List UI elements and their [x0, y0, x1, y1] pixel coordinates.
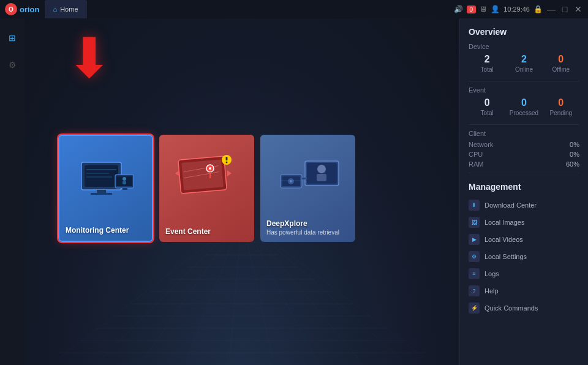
network-row: Network 0%: [469, 141, 579, 148]
local-settings-label: Local Settings: [484, 253, 527, 260]
mgmt-local-settings[interactable]: ⚙ Local Settings: [469, 248, 579, 265]
monitoring-illustration: [69, 141, 143, 208]
event-total-value: 0: [469, 97, 505, 108]
download-center-icon: ⬇: [469, 200, 480, 211]
cpu-value: 0%: [570, 151, 579, 158]
tab-label: Home: [60, 6, 78, 13]
mgmt-help[interactable]: ? Help: [469, 282, 579, 299]
event-total-sub: Total: [481, 110, 494, 116]
svg-rect-51: [302, 178, 306, 179]
speaker-icon[interactable]: 🔊: [454, 5, 463, 13]
svg-point-20: [34, 341, 450, 365]
mgmt-local-videos[interactable]: ▶ Local Videos: [469, 231, 579, 248]
svg-rect-46: [317, 174, 326, 181]
event-stats: 0 Total 0 Processed 0 Pending: [469, 97, 579, 117]
close-button[interactable]: ✕: [573, 4, 583, 14]
event-total-cell: 0 Total: [469, 97, 505, 117]
mgmt-quick-commands[interactable]: ⚡ Quick Commands: [469, 299, 579, 317]
logo: O orion: [5, 3, 40, 15]
device-stats: 2 Total 2 Online 0 Offline: [469, 54, 579, 73]
event-processed-value: 0: [505, 97, 542, 108]
svg-point-42: [225, 162, 227, 164]
event-processed-sub: Processed: [510, 110, 538, 116]
mgmt-local-images[interactable]: 🖼 Local Images: [469, 214, 579, 231]
ram-bar-container: 60%: [562, 160, 579, 168]
client-label: Client: [469, 130, 579, 137]
event-label: Event: [469, 86, 579, 94]
download-center-label: Download Center: [484, 201, 537, 209]
local-settings-icon: ⚙: [469, 251, 480, 262]
titlebar-controls: 🔊 0 🖥 👤 10:29:46 🔒 — □ ✕: [454, 4, 583, 14]
monitoring-center-label: Monitoring Center: [66, 226, 146, 235]
logo-icon: O: [5, 3, 17, 15]
user-icon[interactable]: 👤: [491, 5, 500, 13]
deepxplore-card[interactable]: DeepXplore Has powerful data retrieval: [260, 135, 355, 242]
device-total-value: 2: [469, 54, 505, 65]
local-videos-label: Local Videos: [484, 236, 523, 243]
device-offline-value: 0: [543, 54, 579, 65]
overview-title: Overview: [469, 27, 579, 37]
help-label: Help: [484, 287, 499, 295]
local-images-icon: 🖼: [469, 217, 480, 228]
notif-badge[interactable]: 0: [467, 6, 477, 13]
monitoring-center-card[interactable]: Monitoring Center: [58, 135, 153, 242]
svg-rect-24: [91, 193, 112, 195]
svg-rect-41: [225, 157, 227, 160]
event-center-label: Event Center: [165, 227, 248, 236]
sidebar-item-settings[interactable]: ⚙: [5, 58, 20, 72]
deepxplore-svg: [271, 143, 345, 204]
device-total-sub: Total: [481, 66, 494, 73]
ram-label: RAM: [469, 160, 483, 168]
quick-commands-icon: ⚡: [469, 303, 480, 314]
divider-2: [469, 124, 579, 125]
ram-value: 60%: [566, 160, 579, 168]
main-layout: ⊞ ⚙: [0, 18, 588, 365]
monitoring-svg: [69, 144, 143, 205]
svg-point-38: [209, 167, 211, 170]
deepxplore-label: DeepXplore: [266, 219, 349, 228]
event-pending-value: 0: [543, 97, 579, 108]
help-icon: ?: [469, 285, 480, 296]
mgmt-download-center[interactable]: ⬇ Download Center: [469, 197, 579, 214]
device-total-cell: 2 Total: [469, 54, 505, 73]
cards-container: Monitoring Center: [58, 135, 355, 242]
event-pending-sub: Pending: [549, 110, 572, 116]
svg-point-50: [290, 180, 292, 182]
device-online-value: 2: [505, 54, 542, 65]
right-panel: Overview Device 2 Total 2 Online 0 Offli…: [459, 18, 588, 365]
monitor-icon[interactable]: 🖥: [480, 5, 487, 13]
minimize-button[interactable]: —: [546, 4, 556, 14]
maximize-button[interactable]: □: [560, 4, 570, 14]
divider-3: [469, 173, 579, 173]
left-sidebar: ⊞ ⚙: [0, 18, 24, 365]
local-videos-icon: ▶: [469, 234, 480, 245]
lock-icon[interactable]: 🔒: [533, 5, 543, 13]
svg-point-45: [317, 165, 326, 173]
sidebar-item-grid[interactable]: ⊞: [5, 31, 20, 45]
deepxplore-illustration: [271, 140, 345, 207]
mgmt-logs[interactable]: ≡ Logs: [469, 265, 579, 282]
device-offline-sub: Offline: [552, 66, 570, 73]
event-pending-cell: 0 Pending: [543, 97, 579, 117]
device-label: Device: [469, 43, 579, 50]
content-area: ⬇: [24, 18, 459, 365]
local-images-label: Local Images: [484, 219, 524, 226]
network-label: Network: [469, 141, 493, 148]
cpu-label: CPU: [469, 151, 483, 158]
divider-1: [469, 81, 579, 81]
event-svg: [170, 143, 244, 204]
device-online-sub: Online: [515, 66, 533, 73]
home-tab[interactable]: ⌂ Home: [45, 0, 87, 18]
event-illustration: [170, 140, 244, 207]
event-center-card[interactable]: Event Center: [159, 135, 254, 242]
logo-text: orion: [20, 5, 40, 14]
management-title: Management: [469, 182, 579, 192]
clock: 10:29:46: [503, 6, 530, 13]
cpu-row: CPU 0%: [469, 151, 579, 158]
svg-point-31: [123, 177, 126, 181]
network-value: 0%: [570, 141, 579, 148]
title-bar: O orion ⌂ Home 🔊 0 🖥 👤 10:29:46 🔒 — □ ✕: [0, 0, 588, 18]
svg-rect-32: [123, 181, 126, 184]
svg-rect-30: [123, 188, 127, 190]
event-processed-cell: 0 Processed: [505, 97, 542, 117]
